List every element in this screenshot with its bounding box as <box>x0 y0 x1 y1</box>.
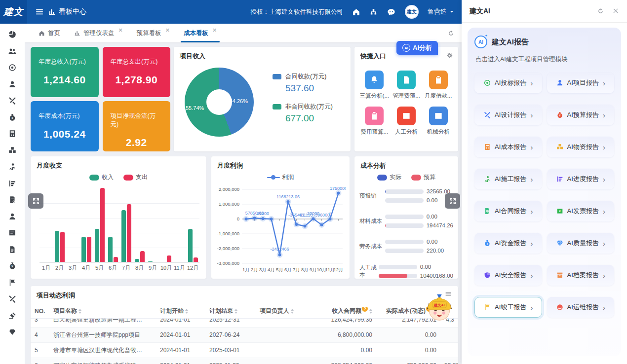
legend-item[interactable]: 非合同收款(万元)677.00 <box>273 103 333 124</box>
kpi-card-2[interactable]: 年度总支出(万元)1,278.90 <box>103 47 171 97</box>
quick-entry-item[interactable]: 费用预算... <box>358 107 391 136</box>
table-row[interactable]: 6国家体育场智能建筑集成系统建…2024-01-012025-11-30228,… <box>31 358 458 364</box>
sort-icon[interactable] <box>291 309 294 314</box>
ai-report-button-4[interactable]: ¥AI预算报告› <box>547 105 615 125</box>
cost-legend: 实际预算 <box>354 173 458 182</box>
table-row[interactable]: 3白天鹅宾馆更新改造第一期工程…2024-01-012025-12-31126,… <box>31 319 458 328</box>
quick-entry-item[interactable]: 月度借款... <box>422 71 454 100</box>
column-header[interactable]: 计划结束 <box>205 307 256 315</box>
help-badge[interactable]: ? <box>362 307 368 312</box>
wechat-icon[interactable] <box>387 7 396 17</box>
kpi-card-4[interactable]: 项目净现金流(万元)2.92 <box>103 101 171 151</box>
drawer-refresh-icon[interactable] <box>597 7 604 15</box>
tab-1[interactable]: 首页 <box>32 24 67 42</box>
tab-4[interactable]: 成本看板✕ <box>177 24 224 42</box>
table-row[interactable]: 4浙江省台州第一技师学院ppp项目2024-01-012027-06-246,8… <box>31 328 458 343</box>
quick-entry-item[interactable]: 机械分析 <box>422 107 454 136</box>
chevron-right-icon: › <box>603 111 605 119</box>
quick-entry-item[interactable]: 三算分析(... <box>358 71 391 100</box>
sidebar-item-equipment[interactable] <box>7 294 17 304</box>
ai-report-button-8[interactable]: AI进度报告› <box>547 169 615 189</box>
sidebar-item-target[interactable] <box>7 63 17 73</box>
quick-entry-item[interactable]: 管理费预... <box>391 71 423 100</box>
sidebar-item-person-award[interactable] <box>7 79 17 89</box>
column-header[interactable]: 计划开始 <box>156 307 205 315</box>
sort-icon[interactable] <box>369 309 372 314</box>
app-title[interactable]: 看板中心 <box>48 7 86 16</box>
ai-report-button-9[interactable]: AI合同报告› <box>474 201 542 221</box>
mascot-jianwen-ai[interactable]: 建文AI <box>423 291 456 323</box>
kpi-card-3[interactable]: 年度成本(万元)1,005.24 <box>31 101 99 151</box>
ai-report-button-6[interactable]: AI物资报告› <box>547 137 615 157</box>
refresh-tab-icon[interactable] <box>447 30 455 37</box>
sort-icon[interactable] <box>235 309 237 314</box>
sidebar-item-funds[interactable]: ¥ <box>7 261 17 271</box>
ai-report-button-14[interactable]: AI档案报告› <box>547 265 615 286</box>
sidebar-item-progress-list[interactable] <box>7 179 17 188</box>
gear-icon[interactable] <box>446 52 453 61</box>
sidebar-item-materials[interactable] <box>7 146 17 155</box>
legend-item[interactable]: 预算 <box>411 173 435 182</box>
sidebar-item-team[interactable] <box>7 46 17 56</box>
legend-item[interactable]: 实际 <box>377 173 401 182</box>
kpi-card-1[interactable]: 年度总收入(万元)1,214.60 <box>31 47 99 97</box>
close-tab-icon[interactable]: ✕ <box>118 27 123 34</box>
drawer-close-icon[interactable] <box>612 7 619 15</box>
monthly-bar-chart[interactable] <box>39 188 199 262</box>
column-header[interactable]: 项目名称 <box>49 307 156 315</box>
chevron-right-icon: › <box>530 239 533 248</box>
ai-report-button-12[interactable]: AI质量报告› <box>547 233 615 254</box>
column-header[interactable]: NO. <box>31 308 49 315</box>
legend-item[interactable]: 合同收款(万元)537.60 <box>273 73 333 94</box>
ai-report-button-1[interactable]: AI投标报告› <box>474 73 542 93</box>
sidebar-item-invoice-card[interactable] <box>7 228 17 238</box>
bag-icon: ¥ <box>483 239 491 247</box>
monthly-profit-line-chart[interactable]: 2,000,0001,000,0000-1,000,000-2,000,000-… <box>215 183 346 275</box>
sort-icon[interactable] <box>78 309 81 314</box>
expand-monthly-chart-button[interactable] <box>28 193 43 209</box>
ai-report-button-13[interactable]: AI安全报告› <box>474 265 542 286</box>
tab-2[interactable]: 管理仪表盘✕ <box>67 24 130 42</box>
ai-report-button-11[interactable]: ¥AI资金报告› <box>474 233 542 254</box>
ai-report-button-10[interactable]: ¥AI发票报告› <box>547 201 615 221</box>
sidebar-item-flag[interactable] <box>7 278 17 288</box>
menu-toggle-icon[interactable] <box>35 7 44 16</box>
ai-analysis-button[interactable]: AI AI分析 <box>396 41 438 55</box>
user-avatar[interactable]: 建文 <box>405 5 419 19</box>
close-tab-icon[interactable]: ✕ <box>165 27 170 34</box>
quick-entry-item[interactable]: 人工分析 <box>391 107 423 136</box>
sidebar-item-doc-settings[interactable] <box>7 195 17 205</box>
sidebar-item-agent[interactable] <box>7 212 17 221</box>
sidebar-item-document[interactable] <box>7 245 17 255</box>
sidebar-item-legal[interactable] <box>7 311 17 321</box>
ai-report-button-2[interactable]: AI项目报告› <box>547 73 615 93</box>
close-tab-icon[interactable]: ✕ <box>212 27 217 34</box>
tab-3[interactable]: 预算看板✕ <box>130 24 177 42</box>
column-header[interactable]: 项目负责人 <box>256 307 301 315</box>
ai-report-button-5[interactable]: AI成本报告› <box>474 137 542 157</box>
sidebar-item-cost-calc[interactable] <box>7 129 17 139</box>
ai-report-button-7[interactable]: AI施工报告› <box>474 169 542 189</box>
income-donut-chart[interactable]: 44.26% 55.74% <box>185 68 254 137</box>
sidebar-item-money-bag[interactable]: ¥ <box>7 112 17 122</box>
svg-text:¥: ¥ <box>487 242 488 245</box>
bar-group <box>66 188 79 262</box>
app-logo[interactable]: 建文 <box>0 0 27 24</box>
sidebar-item-quality-gem[interactable] <box>7 327 17 337</box>
ai-report-button-16[interactable]: AI运维报告› <box>547 297 615 318</box>
ai-report-button-3[interactable]: AI设计报告› <box>474 105 542 125</box>
column-header[interactable]: 收入合同额? <box>301 307 376 315</box>
sidebar-item-pie-chart[interactable] <box>7 30 17 39</box>
legend-item[interactable]: 收入 <box>89 173 114 182</box>
home-icon[interactable] <box>352 8 360 16</box>
sort-icon[interactable] <box>185 309 188 314</box>
sidebar-item-design-tools[interactable] <box>7 96 17 106</box>
expand-cost-chart-button[interactable] <box>445 193 460 209</box>
sidebar-item-construction[interactable] <box>7 162 17 172</box>
legend-item[interactable]: 支出 <box>123 173 148 182</box>
svg-text:6月: 6月 <box>284 267 292 272</box>
table-row[interactable]: 5贵港市覃塘区汉世伟现代化畜牧…2024-01-012025-03-010.00… <box>31 343 458 358</box>
org-structure-icon[interactable] <box>369 8 378 16</box>
user-menu[interactable]: 鲁营造 <box>428 7 455 16</box>
ai-report-button-15[interactable]: AI竣工报告› <box>474 297 542 318</box>
